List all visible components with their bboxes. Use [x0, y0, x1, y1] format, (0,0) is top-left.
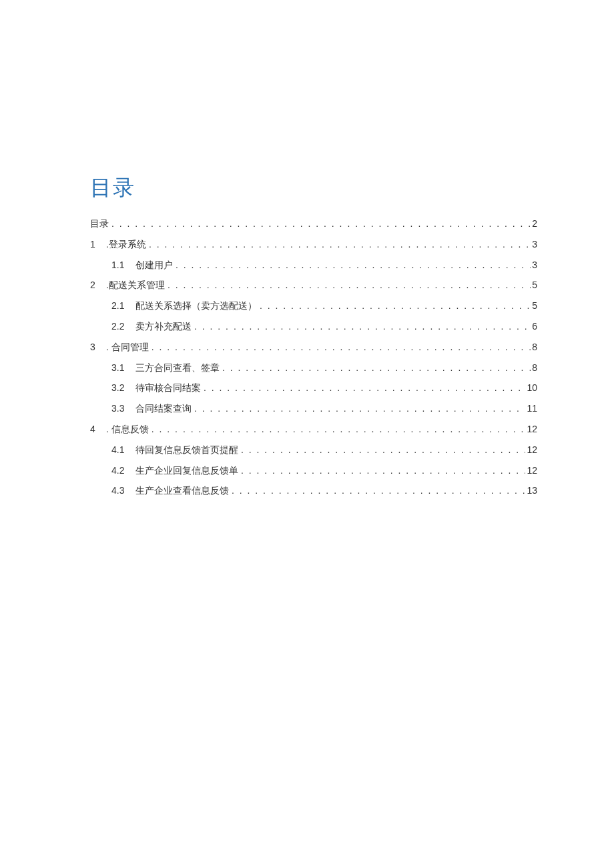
toc-entry[interactable]: 2.1配送关系选择（卖方选配送）5 — [90, 298, 537, 314]
toc-entry-label: . 合同管理 — [106, 340, 149, 356]
toc-entry-number: 2.1 — [111, 298, 135, 314]
toc-entry-page: 6 — [531, 319, 537, 335]
toc-entry-page: 5 — [531, 298, 537, 314]
toc-entry[interactable]: 2.2卖方补充配送6 — [90, 319, 537, 335]
toc-entry-page: 8 — [531, 360, 537, 376]
toc-entry-page: 12 — [525, 422, 537, 438]
toc-leader-dots — [257, 298, 531, 314]
toc-entry-page: 8 — [531, 340, 537, 356]
toc-entry-page: 11 — [525, 401, 537, 417]
toc-entry-number: 1 — [90, 237, 106, 253]
toc-entry[interactable]: 4.3生产企业查看信息反馈13 — [90, 483, 537, 499]
toc-entry-label: .配送关系管理 — [106, 278, 165, 294]
toc-entry-number: 4 — [90, 422, 106, 438]
toc-entry-page: 12 — [525, 442, 537, 458]
toc-leader-dots — [165, 278, 531, 294]
toc-entry[interactable]: 2.配送关系管理5 — [90, 278, 537, 294]
toc-leader-dots — [149, 422, 526, 438]
toc-entry-number: 1.1 — [111, 258, 135, 274]
toc-leader-dots — [192, 319, 531, 335]
toc-leader-dots — [192, 401, 525, 417]
toc-entry-number: 3.3 — [111, 401, 135, 417]
toc-entry-label: 待回复信息反馈首页提醒 — [135, 442, 238, 458]
toc-entry-label: 生产企业查看信息反馈 — [135, 483, 229, 499]
toc-leader-dots — [220, 360, 531, 376]
toc-leader-dots — [146, 237, 531, 253]
toc-entry-number: 3.1 — [111, 360, 135, 376]
toc-container: 目录21.登录系统31.1创建用户32.配送关系管理52.1配送关系选择（卖方选… — [90, 216, 537, 499]
toc-entry-label: .登录系统 — [106, 237, 146, 253]
toc-entry-label: 卖方补充配送 — [135, 319, 192, 335]
toc-entry-number: 3 — [90, 340, 106, 356]
toc-entry-page: 12 — [525, 463, 537, 479]
toc-entry-label: 生产企业回复信息反馈单 — [135, 463, 238, 479]
toc-entry-page: 13 — [525, 483, 537, 499]
toc-entry[interactable]: 4. 信息反馈12 — [90, 422, 537, 438]
toc-entry-label: 配送关系选择（卖方选配送） — [135, 298, 257, 314]
toc-entry-page: 5 — [531, 278, 537, 294]
toc-leader-dots — [149, 340, 531, 356]
toc-title: 目录 — [90, 173, 537, 203]
toc-leader-dots — [109, 216, 531, 232]
toc-leader-dots — [238, 442, 525, 458]
toc-entry[interactable]: 3.1三方合同查看、签章8 — [90, 360, 537, 376]
toc-entry-page: 3 — [531, 258, 537, 274]
toc-entry-label: . 信息反馈 — [106, 422, 149, 438]
toc-entry-number: 4.1 — [111, 442, 135, 458]
toc-leader-dots — [229, 483, 525, 499]
toc-entry-number: 3.2 — [111, 380, 135, 396]
toc-entry[interactable]: 3.3合同结案查询11 — [90, 401, 537, 417]
toc-entry[interactable]: 3.2待审核合同结案10 — [90, 380, 537, 396]
toc-entry-number: 4.2 — [111, 463, 135, 479]
toc-leader-dots — [201, 380, 525, 396]
toc-leader-dots — [173, 258, 531, 274]
toc-entry[interactable]: 目录2 — [90, 216, 537, 232]
toc-entry[interactable]: 4.1待回复信息反馈首页提醒12 — [90, 442, 537, 458]
toc-entry-label: 目录 — [90, 216, 109, 232]
toc-entry-label: 合同结案查询 — [135, 401, 192, 417]
toc-entry[interactable]: 4.2生产企业回复信息反馈单12 — [90, 463, 537, 479]
toc-entry[interactable]: 1.登录系统3 — [90, 237, 537, 253]
toc-entry-label: 待审核合同结案 — [135, 380, 201, 396]
toc-entry-label: 创建用户 — [135, 258, 173, 274]
toc-entry[interactable]: 3. 合同管理8 — [90, 340, 537, 356]
toc-entry-page: 2 — [531, 216, 537, 232]
toc-entry-number: 2 — [90, 278, 106, 294]
toc-entry[interactable]: 1.1创建用户3 — [90, 258, 537, 274]
toc-entry-page: 10 — [525, 380, 537, 396]
toc-entry-number: 4.3 — [111, 483, 135, 499]
toc-entry-number: 2.2 — [111, 319, 135, 335]
toc-leader-dots — [238, 463, 525, 479]
toc-entry-label: 三方合同查看、签章 — [135, 360, 220, 376]
toc-entry-page: 3 — [531, 237, 537, 253]
